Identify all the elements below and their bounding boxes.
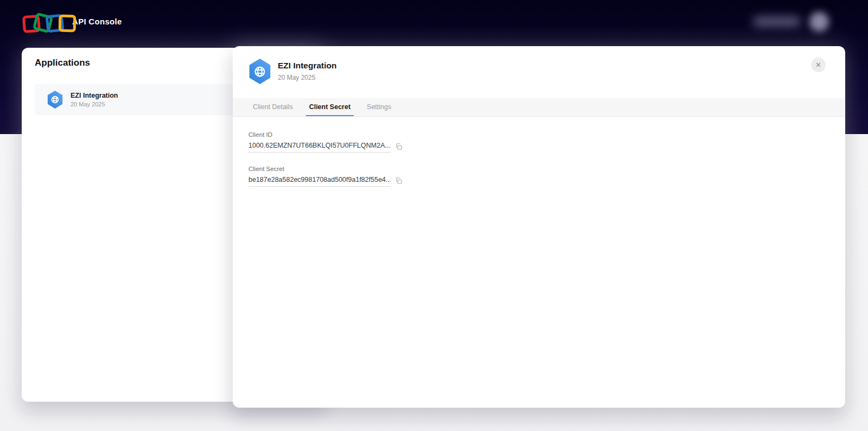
detail-header: EZI Integration 20 May 2025 ✕ xyxy=(233,46,845,98)
client-id-label: Client ID xyxy=(248,131,845,138)
app-title: API Console xyxy=(72,17,122,26)
application-date: 20 May 2025 xyxy=(71,101,118,107)
client-id-row: 1000.62EMZN7UT66BKLQI57U0FFLQNM2A... xyxy=(248,142,845,153)
client-secret-row: be187e28a582ec9981708ad500f9a1f82f55e4..… xyxy=(248,176,845,187)
detail-app-name: EZI Integration xyxy=(278,61,337,71)
tab-bar: Client Details Client Secret Settings xyxy=(233,98,845,117)
copy-client-secret-button[interactable] xyxy=(395,177,403,185)
application-item-texts: EZI Integration 20 May 2025 xyxy=(71,92,118,107)
client-secret-tab-content: Client ID 1000.62EMZN7UT66BKLQI57U0FFLQN… xyxy=(233,117,845,187)
copy-icon xyxy=(395,177,403,185)
app-hexagon-icon xyxy=(248,59,272,84)
copy-client-id-button[interactable] xyxy=(395,143,403,150)
application-name: EZI Integration xyxy=(71,92,118,99)
tab-client-details[interactable]: Client Details xyxy=(250,98,296,116)
globe-icon xyxy=(253,65,266,78)
tab-client-secret[interactable]: Client Secret xyxy=(306,98,354,116)
user-avatar[interactable] xyxy=(809,12,829,31)
client-secret-field: Client Secret be187e28a582ec9981708ad500… xyxy=(248,166,845,187)
client-secret-value: be187e28a582ec9981708ad500f9a1f82f55e4..… xyxy=(248,176,391,187)
navbar: API Console xyxy=(0,0,868,43)
copy-icon xyxy=(395,143,403,150)
client-secret-label: Client Secret xyxy=(248,166,845,172)
zoho-logo xyxy=(23,12,77,31)
detail-app-date: 20 May 2025 xyxy=(278,74,315,81)
client-id-value: 1000.62EMZN7UT66BKLQI57U0FFLQNM2A... xyxy=(248,142,391,153)
application-detail-panel: EZI Integration 20 May 2025 ✕ Client Det… xyxy=(233,46,845,408)
close-button[interactable]: ✕ xyxy=(811,58,826,72)
applications-title: Applications xyxy=(35,58,90,68)
globe-icon xyxy=(50,95,60,104)
app-hexagon-icon xyxy=(47,91,63,109)
logo-square-yellow-icon xyxy=(59,15,76,33)
tab-settings[interactable]: Settings xyxy=(363,98,394,116)
account-name-redacted xyxy=(753,17,801,26)
close-icon: ✕ xyxy=(815,61,821,68)
client-id-field: Client ID 1000.62EMZN7UT66BKLQI57U0FFLQN… xyxy=(248,131,845,153)
